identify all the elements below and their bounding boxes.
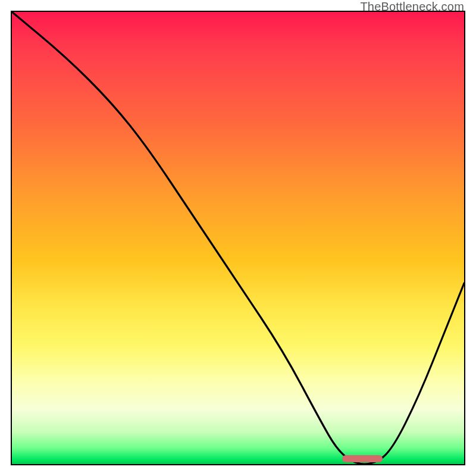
optimal-range-marker xyxy=(342,455,383,462)
bottleneck-chart: TheBottleneck.com xyxy=(0,0,476,476)
plot-area xyxy=(11,11,465,465)
bottleneck-curve-path xyxy=(12,12,464,464)
curve-layer xyxy=(12,12,464,464)
